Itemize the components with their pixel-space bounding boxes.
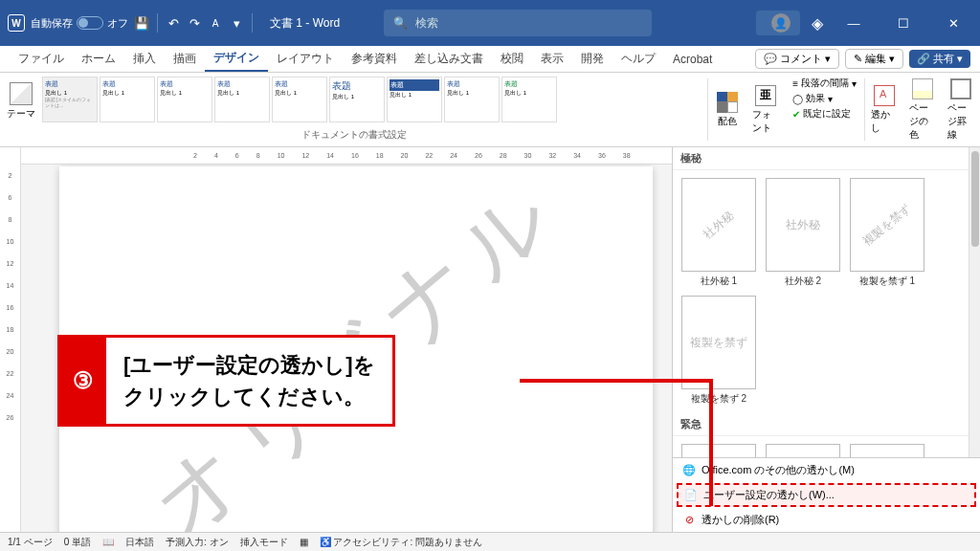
title-bar: W 自動保存 オフ 💾 ↶ ↷ A ▾ 文書 1 - Word 🔍 検索 👤 ◈… bbox=[0, 0, 980, 46]
status-bar: 1/1 ページ 0 単語 📖 日本語 予測入力: オン 挿入モード ▦ ♿ アク… bbox=[0, 532, 980, 551]
callout-text: [ユーザー設定の透かし]をクリックしてください。 bbox=[106, 338, 392, 424]
autosave-toggle[interactable]: 自動保存 オフ bbox=[31, 16, 128, 31]
tab-insert[interactable]: 挿入 bbox=[124, 46, 165, 72]
status-macro-icon[interactable]: ▦ bbox=[300, 537, 308, 547]
fonts-icon: 亜 bbox=[755, 85, 776, 106]
tab-home[interactable]: ホーム bbox=[73, 46, 124, 72]
style-gallery-item[interactable]: 表題見出し 1 bbox=[100, 77, 155, 122]
tab-acrobat[interactable]: Acrobat bbox=[664, 46, 721, 72]
tab-help[interactable]: ヘルプ bbox=[612, 46, 664, 72]
wm-item-donotcopy-2[interactable]: 複製を禁ず複製を禁ず 2 bbox=[680, 296, 757, 406]
effects-button[interactable]: ◯ 効果 ▾ bbox=[792, 92, 857, 105]
wm-item-urgent-3[interactable]: 至急 bbox=[849, 444, 925, 457]
watermark-icon bbox=[874, 85, 895, 106]
close-button[interactable]: ✕ bbox=[934, 9, 972, 37]
redo-icon[interactable]: ↷ bbox=[187, 15, 202, 31]
status-page[interactable]: 1/1 ページ bbox=[8, 536, 53, 549]
word-app-icon: W bbox=[8, 14, 25, 32]
ribbon-tabs: ファイル ホーム 挿入 描画 デザイン レイアウト 参考資料 差し込み文書 校閲… bbox=[0, 46, 980, 73]
tab-layout[interactable]: レイアウト bbox=[268, 46, 343, 72]
style-gallery-item[interactable]: 表題見出し 1[表題]スタイルのフォントは... bbox=[42, 77, 98, 122]
status-predict[interactable]: 予測入力: オン bbox=[166, 536, 229, 549]
document-title: 文書 1 - Word bbox=[270, 15, 340, 32]
search-placeholder: 検索 bbox=[415, 15, 438, 32]
page-border-button[interactable]: ページ罫線 bbox=[942, 73, 980, 146]
undo-icon[interactable]: ↶ bbox=[166, 15, 181, 31]
user-account[interactable]: 👤 bbox=[756, 11, 800, 35]
minimize-button[interactable]: — bbox=[835, 9, 873, 37]
style-gallery-item[interactable]: 表題見出し 1 bbox=[157, 77, 212, 122]
search-input[interactable]: 🔍 検索 bbox=[384, 10, 652, 36]
style-gallery-item[interactable]: 表題見出し 1 bbox=[329, 77, 385, 122]
set-default-button[interactable]: ✔ 既定に設定 bbox=[792, 107, 857, 121]
panel-scrollbar[interactable] bbox=[969, 147, 980, 457]
save-icon[interactable]: 💾 bbox=[134, 15, 149, 31]
wm-category-urgent: 緊急 bbox=[673, 413, 969, 436]
wm-item-confidential-2[interactable]: 社外秘社外秘 2 bbox=[765, 178, 841, 288]
themes-button[interactable]: テーマ bbox=[4, 77, 38, 126]
wm-item-donotcopy-1[interactable]: 複製を禁ず複製を禁ず 1 bbox=[849, 178, 925, 288]
instruction-callout: ③ [ユーザー設定の透かし]をクリックしてください。 bbox=[57, 335, 395, 427]
tab-file[interactable]: ファイル bbox=[10, 46, 73, 72]
toggle-off-icon[interactable] bbox=[77, 16, 103, 30]
style-gallery-item[interactable]: 表題見出し 1 bbox=[444, 77, 500, 122]
share-button[interactable]: 🔗 共有 ▾ bbox=[909, 50, 970, 68]
wm-panel-footer: 🌐Office.com のその他の透かし(M) 📄ユーザー設定の透かし(W)..… bbox=[673, 457, 980, 532]
wm-custom-watermark[interactable]: 📄ユーザー設定の透かし(W)... bbox=[677, 483, 976, 507]
tab-references[interactable]: 参考資料 bbox=[343, 46, 406, 72]
style-gallery-item[interactable]: 表題見出し 1 bbox=[501, 77, 557, 122]
fonts-button[interactable]: 亜フォント bbox=[746, 73, 785, 146]
tab-review[interactable]: 校閲 bbox=[492, 46, 532, 72]
wm-item-confidential-1[interactable]: 社外秘社外秘 1 bbox=[680, 178, 757, 288]
page-color-icon bbox=[912, 78, 933, 99]
wm-item-urgent-1[interactable]: 至急 bbox=[680, 444, 757, 457]
wm-item-urgent-2[interactable]: 緊急 bbox=[765, 444, 841, 457]
tab-mailings[interactable]: 差し込み文書 bbox=[406, 46, 492, 72]
horizontal-ruler: 2468101214161820222426283032343638 bbox=[21, 147, 672, 165]
status-language[interactable]: 日本語 bbox=[125, 536, 154, 549]
watermark-button[interactable]: 透かし bbox=[865, 73, 903, 146]
style-gallery-item[interactable]: 表題見出し 1 bbox=[387, 77, 442, 122]
page-border-icon bbox=[950, 78, 971, 99]
style-gallery-item[interactable]: 表題見出し 1 bbox=[214, 77, 270, 122]
tab-design[interactable]: デザイン bbox=[205, 46, 268, 72]
comments-button[interactable]: 💬 コメント ▾ bbox=[755, 49, 839, 69]
page-color-button[interactable]: ページの色 bbox=[903, 73, 942, 146]
colors-button[interactable]: 配色 bbox=[708, 73, 746, 146]
diamond-icon[interactable]: ◈ bbox=[812, 14, 823, 33]
editing-mode-button[interactable]: ✎ 編集 ▾ bbox=[845, 49, 903, 69]
colors-icon bbox=[717, 92, 738, 113]
tab-draw[interactable]: 描画 bbox=[165, 46, 205, 72]
status-spellcheck-icon[interactable]: 📖 bbox=[102, 537, 114, 547]
remove-icon: ⊘ bbox=[682, 514, 696, 527]
callout-connector bbox=[520, 379, 711, 383]
avatar-icon: 👤 bbox=[771, 13, 791, 33]
gallery-group-label: ドキュメントの書式設定 bbox=[0, 126, 707, 143]
tab-view[interactable]: 表示 bbox=[532, 46, 572, 72]
maximize-button[interactable]: ☐ bbox=[884, 9, 923, 37]
tab-developer[interactable]: 開発 bbox=[572, 46, 612, 72]
wm-category-confidential: 極秘 bbox=[673, 147, 969, 170]
qat-dropdown-icon[interactable]: ▾ bbox=[229, 15, 244, 31]
autosave-label: 自動保存 bbox=[31, 16, 73, 31]
paragraph-spacing-button[interactable]: ≡ 段落の間隔 ▾ bbox=[792, 77, 857, 90]
status-words[interactable]: 0 単語 bbox=[64, 536, 91, 549]
wm-remove-watermark[interactable]: ⊘透かしの削除(R) bbox=[673, 508, 980, 532]
search-icon: 🔍 bbox=[393, 16, 408, 30]
page-icon: 📄 bbox=[684, 489, 698, 502]
watermark-gallery-panel: 極秘 社外秘社外秘 1 社外秘社外秘 2 複製を禁ず複製を禁ず 1 複製を禁ず複… bbox=[672, 147, 980, 532]
globe-icon: 🌐 bbox=[682, 464, 696, 477]
vertical-ruler: 268101214161820222426 bbox=[0, 147, 21, 532]
ribbon-design: テーマ 表題見出し 1[表題]スタイルのフォントは... 表題見出し 1 表題見… bbox=[0, 73, 980, 147]
status-insert-mode[interactable]: 挿入モード bbox=[240, 536, 288, 549]
status-accessibility[interactable]: ♿ アクセシビリティ: 問題ありません bbox=[320, 536, 482, 549]
callout-number: ③ bbox=[60, 338, 106, 424]
font-icon[interactable]: A bbox=[208, 15, 223, 31]
style-gallery-item[interactable]: 表題見出し 1 bbox=[272, 77, 327, 122]
autosave-state: オフ bbox=[107, 16, 128, 31]
themes-icon bbox=[10, 82, 33, 105]
wm-more-office[interactable]: 🌐Office.com のその他の透かし(M) bbox=[673, 458, 980, 482]
callout-connector bbox=[709, 379, 713, 506]
